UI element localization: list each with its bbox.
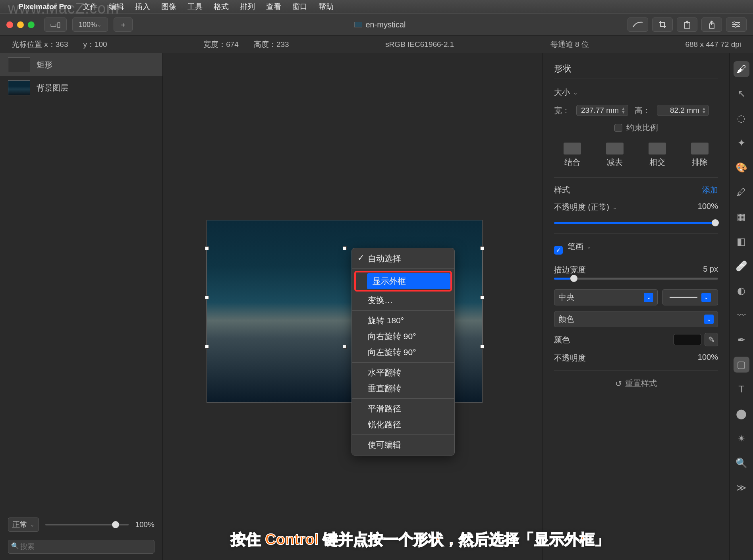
text-tool[interactable]: T (734, 381, 749, 397)
menu-help[interactable]: 帮助 (319, 2, 334, 12)
ctx-show-bounds[interactable]: 显示外框 (367, 273, 450, 289)
shape-tool[interactable]: ▢ (734, 357, 749, 373)
ctx-make-editable[interactable]: 使可编辑 (352, 437, 454, 453)
context-menu: 自动选择 显示外框 变换… 旋转 180° 向右旋转 90° 向左旋转 90° … (351, 248, 455, 456)
layer-opacity-value: 100% (135, 520, 154, 529)
menu-insert[interactable]: 插入 (135, 2, 150, 12)
layer-row-bg[interactable]: 背景图层 (0, 76, 162, 99)
paint-tool[interactable]: 🎨 (734, 160, 749, 176)
opacity-disclosure[interactable]: 不透明度 (正常)⌄ (554, 202, 617, 212)
ctx-rotate-right[interactable]: 向右旋转 90° (352, 328, 454, 344)
stroke-width-slider[interactable] (554, 278, 718, 280)
size-disclosure[interactable]: 大小⌄ (554, 87, 718, 98)
window-controls (6, 21, 35, 28)
handle-ml[interactable] (205, 295, 209, 299)
watermark: www.MacZ.com (8, 0, 119, 17)
zoom-dropdown[interactable]: 100% ⌄ (72, 17, 108, 32)
op-intersect[interactable]: 相交 (641, 143, 673, 168)
annotation-text: 按住 Control 键并点按一个形状，然后选择「显示外框」 (111, 529, 729, 550)
stroke-type-select[interactable]: 颜色⌄ (554, 311, 718, 327)
svg-point-4 (735, 26, 737, 28)
eraser-tool[interactable]: ◧ (734, 234, 749, 249)
color-tool[interactable]: ⬤ (734, 406, 749, 422)
height-stepper[interactable]: ▲▼ (657, 105, 709, 116)
inspector-title: 形状 (554, 63, 718, 79)
stroke-opacity-label: 不透明度 (554, 353, 586, 363)
gradient-tool[interactable]: ▦ (734, 209, 749, 225)
layer-opacity-slider[interactable] (45, 524, 129, 525)
layer-thumb (8, 57, 30, 72)
blend-mode-select[interactable]: 正常⌄ (8, 518, 39, 532)
stroke-checkbox[interactable]: ✓ (554, 246, 563, 255)
style-add[interactable]: 添加 (702, 185, 718, 195)
ctx-rotate-180[interactable]: 旋转 180° (352, 313, 454, 328)
canvas[interactable]: 自动选择 显示外框 变换… 旋转 180° 向右旋转 90° 向左旋转 90° … (163, 53, 543, 560)
arrow-tool[interactable]: ↖ (734, 86, 749, 102)
close-window[interactable] (6, 21, 13, 28)
sidebar-toggle[interactable]: ▭▯ (44, 17, 67, 32)
ctx-transform[interactable]: 变换… (352, 292, 454, 308)
brush-tool[interactable]: 🖊 (734, 184, 749, 200)
info-bar: 光标位置 x：363 y：100 宽度：674 高度：233 sRGB IEC6… (0, 36, 753, 53)
style-tool[interactable]: 🖌 (734, 61, 749, 77)
opacity-slider[interactable] (554, 222, 718, 224)
ctx-auto-select[interactable]: 自动选择 (352, 251, 454, 266)
menu-image[interactable]: 图像 (161, 2, 176, 12)
add-button[interactable]: ＋ (114, 17, 133, 32)
marquee-tool[interactable]: ◌ (734, 110, 749, 126)
clone-tool[interactable]: ◐ (734, 283, 749, 299)
stroke-style-select[interactable]: ⌄ (662, 289, 718, 305)
width-stepper[interactable]: ▲▼ (576, 105, 628, 116)
menu-window[interactable]: 窗口 (292, 2, 307, 12)
crop-button[interactable] (652, 17, 673, 32)
pen-tool[interactable]: ✒ (734, 332, 749, 348)
ctx-smooth-path[interactable]: 平滑路径 (352, 401, 454, 417)
menu-tools[interactable]: 工具 (187, 2, 203, 12)
document-title: en-mystical (138, 20, 622, 29)
reset-style[interactable]: ↺ 重置样式 (554, 378, 718, 389)
layer-thumb (8, 80, 30, 95)
ctx-show-bounds-highlight: 显示外框 (354, 271, 452, 292)
repair-tool[interactable]: 🩹 (734, 258, 749, 274)
tool-strip: 🖌 ↖ ◌ ✦ 🎨 🖊 ▦ ◧ 🩹 ◐ 〰 ✒ ▢ T ⬤ ✴ 🔍 ≫ (729, 53, 753, 560)
minimize-window[interactable] (17, 21, 24, 28)
op-unite[interactable]: 结合 (556, 143, 588, 168)
warp-tool[interactable]: 〰 (734, 307, 749, 323)
inspector-panel: 形状 大小⌄ 宽： ▲▼ 高： ▲▼ 约束比例 结合 减去 相交 排除 样式添加… (543, 53, 729, 560)
menu-arrange[interactable]: 排列 (240, 2, 255, 12)
settings-button[interactable] (726, 17, 747, 32)
menu-format[interactable]: 格式 (214, 2, 229, 12)
fullscreen-window[interactable] (28, 21, 35, 28)
magic-tool[interactable]: ✦ (734, 135, 749, 151)
ctx-flip-h[interactable]: 水平翻转 (352, 365, 454, 380)
share-button[interactable] (701, 17, 722, 32)
op-exclude[interactable]: 排除 (684, 143, 716, 168)
handle-tr[interactable] (480, 246, 484, 250)
ctx-sharpen-path[interactable]: 锐化路径 (352, 417, 454, 433)
ctx-flip-v[interactable]: 垂直翻转 (352, 380, 454, 396)
color-adjust-button[interactable] (628, 17, 648, 32)
menu-view[interactable]: 查看 (266, 2, 281, 12)
handle-bl[interactable] (205, 345, 209, 349)
op-subtract[interactable]: 减去 (599, 143, 631, 168)
more-tools[interactable]: ≫ (734, 480, 749, 496)
color-swatch[interactable] (674, 334, 701, 345)
export-button[interactable] (677, 17, 697, 32)
stroke-width-label: 描边宽度 (554, 265, 586, 275)
constrain-proportions[interactable]: 约束比例 (554, 122, 718, 133)
ctx-rotate-left[interactable]: 向左旋转 90° (352, 344, 454, 360)
eyedropper-button[interactable]: ✎ (705, 333, 718, 346)
handle-br[interactable] (480, 345, 484, 349)
document-proxy-icon (354, 22, 362, 27)
stroke-position-select[interactable]: 中央⌄ (554, 289, 658, 305)
handle-mr[interactable] (480, 295, 484, 299)
stroke-disclosure[interactable]: 笔画⌄ (568, 241, 591, 252)
handle-tm[interactable] (343, 246, 347, 250)
zoom-tool[interactable]: 🔍 (734, 455, 749, 471)
handle-bm[interactable] (343, 345, 347, 349)
layer-row-rect[interactable]: 矩形 (0, 53, 162, 76)
handle-tl[interactable] (205, 246, 209, 250)
layers-panel: 矩形 背景图层 正常⌄ 100% 🔍 (0, 53, 163, 560)
opacity-value: 100% (698, 202, 718, 220)
effects-tool[interactable]: ✴ (734, 431, 749, 446)
